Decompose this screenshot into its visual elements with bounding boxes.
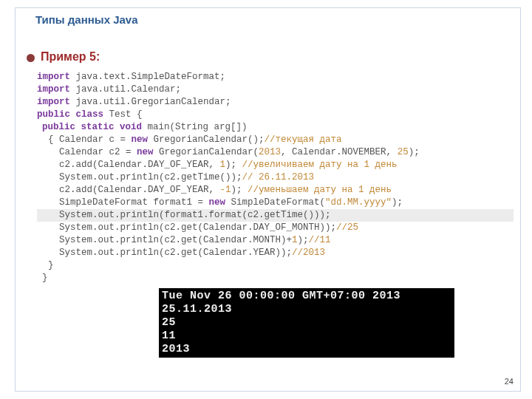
console-line: 25 (162, 316, 451, 330)
code-line: System.out.println(c2.get(Calendar.YEAR)… (37, 247, 514, 259)
code-line: SimpleDateFormat format1 = new SimpleDat… (37, 197, 514, 209)
example-label: Пример 5: (41, 50, 100, 64)
code-line: Calendar c2 = new GregorianCalendar(2013… (37, 146, 514, 159)
code-block: import java.text.SimpleDateFormat; impor… (37, 71, 514, 284)
bullet-icon (27, 54, 35, 62)
code-line: c2.add(Calendar.DAY_OF_YEAR, -1); //умен… (37, 184, 514, 197)
code-line: public static void main(String arg[]) (37, 121, 514, 134)
code-line: import java.util.Calendar; (37, 83, 514, 96)
code-line: System.out.println(c2.get(Calendar.MONTH… (37, 234, 514, 247)
console-line: 2013 (162, 343, 451, 356)
slide-title: Типы данных Java (35, 13, 138, 26)
code-line: } (37, 259, 514, 272)
example-heading-row: Пример 5: (27, 50, 100, 64)
code-line: System.out.println(c2.getTime());// 26.1… (37, 171, 514, 184)
code-line: } (37, 272, 514, 284)
page-number: 24 (505, 377, 514, 386)
code-line: import java.text.SimpleDateFormat; (37, 71, 514, 83)
console-line: 11 (162, 330, 451, 343)
code-line: { Calendar c = new GregorianCalendar();/… (37, 134, 514, 146)
code-line: c2.add(Calendar.DAY_OF_YEAR, 1); //увели… (37, 159, 514, 171)
code-line: import java.util.GregorianCalendar; (37, 96, 514, 109)
console-output: Tue Nov 26 00:00:00 GMT+07:00 2013 25.11… (159, 288, 454, 358)
code-line: System.out.println(c2.get(Calendar.DAY_O… (37, 222, 514, 234)
code-line-highlighted: System.out.println(format1.format(c2.get… (37, 209, 514, 222)
console-line: Tue Nov 26 00:00:00 GMT+07:00 2013 (162, 290, 451, 303)
console-line: 25.11.2013 (162, 303, 451, 316)
code-line: public class Test { (37, 109, 514, 121)
